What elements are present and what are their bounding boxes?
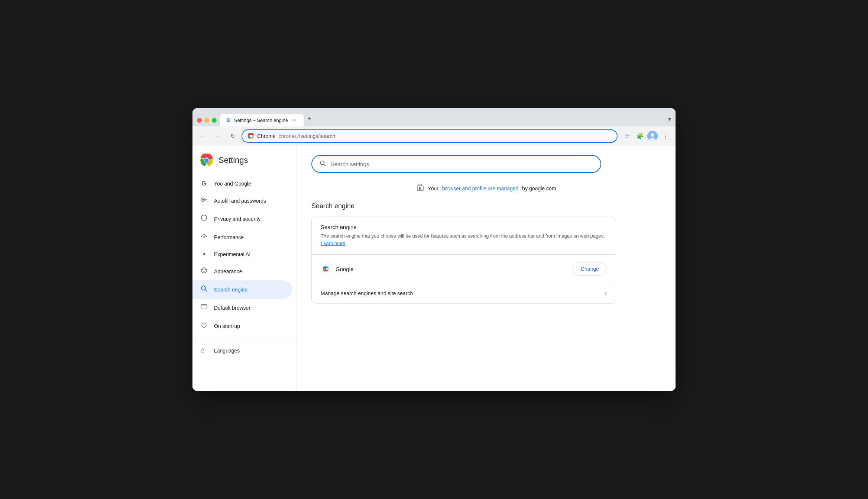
engine-left: Google (321, 264, 353, 274)
learn-more-link[interactable]: Learn more (321, 241, 345, 246)
forward-icon: → (215, 133, 221, 139)
tab-close-button[interactable]: ✕ (291, 117, 298, 123)
avatar-icon (647, 131, 658, 141)
nav-bar: ← → ↻ Chrome chrome://settings/search ☆ (192, 126, 676, 146)
building-icon (416, 183, 424, 193)
tab-title: Settings – Search engine (234, 117, 288, 123)
sidebar-item-on-startup[interactable]: On start-up (192, 317, 292, 335)
svg-point-17 (205, 269, 206, 270)
svg-text:A: A (201, 347, 204, 352)
main-content: Settings G You and Google Autofill (192, 146, 676, 391)
active-tab[interactable]: ⚙ Settings – Search engine ✕ (220, 114, 304, 126)
current-engine-row: Google Change (321, 262, 607, 276)
sidebar-label-default-browser: Default browser (214, 305, 250, 311)
translate-icon: A (200, 346, 208, 355)
star-icon: ☆ (624, 133, 629, 139)
reload-button[interactable]: ↻ (227, 130, 239, 142)
sidebar-item-appearance[interactable]: Appearance (192, 262, 292, 280)
key-icon (200, 196, 208, 205)
svg-rect-27 (417, 186, 423, 191)
profile-avatar[interactable] (647, 131, 658, 141)
current-engine-name: Google (336, 266, 353, 272)
svg-rect-30 (420, 188, 421, 190)
sidebar: Settings G You and Google Autofill (192, 146, 297, 391)
sidebar-label-performance: Performance (214, 234, 244, 240)
managed-link[interactable]: browser and profile are managed (442, 186, 518, 191)
sidebar-label-experimental-ai: Experimental AI (214, 251, 250, 257)
content-area: Your browser and profile are managed by … (297, 146, 676, 391)
search-engine-card: Search engine The search engine that you… (311, 216, 616, 304)
svg-point-18 (204, 271, 205, 272)
svg-point-9 (202, 199, 204, 200)
sidebar-item-experimental-ai[interactable]: ✦ Experimental AI (192, 246, 292, 262)
svg-point-1 (250, 135, 252, 137)
sidebar-item-autofill[interactable]: Autofill and passwords (192, 191, 292, 210)
search-engine-card-desc: The search engine that you choose will b… (321, 232, 607, 247)
managed-suffix: by google.com (522, 186, 556, 191)
search-bar-icon (320, 160, 326, 168)
close-button[interactable] (197, 118, 202, 123)
svg-rect-12 (207, 200, 207, 200)
tab-bar: ⚙ Settings – Search engine ✕ + ▾ (220, 112, 671, 126)
sidebar-label-search-engine: Search engine (214, 287, 247, 293)
sidebar-label-languages: Languages (214, 348, 240, 354)
settings-header: Settings (192, 154, 296, 176)
search-settings-input[interactable] (331, 161, 593, 167)
sidebar-item-languages[interactable]: A Languages (192, 341, 292, 360)
sidebar-item-default-browser[interactable]: Default browser (192, 299, 292, 317)
svg-rect-11 (206, 200, 207, 201)
tab-favicon-icon: ⚙ (226, 117, 231, 123)
forward-button[interactable]: → (212, 130, 224, 142)
extensions-button[interactable]: 🧩 (634, 130, 646, 142)
address-url: chrome://settings/search (279, 133, 336, 139)
gauge-icon (200, 232, 208, 242)
back-button[interactable]: ← (197, 130, 209, 142)
title-bar: ⚙ Settings – Search engine ✕ + ▾ (192, 108, 676, 126)
sidebar-item-you-and-google[interactable]: G You and Google (192, 176, 292, 191)
address-bar[interactable]: Chrome chrome://settings/search (242, 129, 618, 143)
traffic-lights (197, 118, 217, 126)
svg-rect-29 (419, 188, 420, 190)
manage-search-engines-row[interactable]: Manage search engines and site search › (312, 283, 616, 303)
address-site-name: Chrome (257, 133, 276, 139)
search-bar (311, 155, 601, 173)
sidebar-item-search-engine[interactable]: Search engine (192, 280, 292, 299)
google-g-icon: G (200, 180, 208, 187)
section-title: Search engine (311, 202, 661, 210)
managed-notice: Your browser and profile are managed by … (311, 183, 661, 193)
chevron-right-icon: › (605, 290, 607, 297)
svg-rect-28 (419, 184, 422, 186)
sidebar-item-performance[interactable]: Performance (192, 228, 292, 246)
new-tab-button[interactable]: + (304, 112, 315, 126)
change-search-engine-button[interactable]: Change (573, 262, 607, 276)
search-engine-desc-text: The search engine that you choose will b… (321, 233, 605, 239)
current-engine-section: Google Change (312, 255, 616, 283)
svg-rect-10 (204, 200, 207, 200)
more-vert-icon: ⋮ (663, 133, 668, 139)
bookmark-button[interactable]: ☆ (621, 130, 632, 142)
sidebar-item-privacy[interactable]: Privacy and security (192, 210, 292, 228)
shield-icon (200, 214, 208, 223)
managed-prefix: Your (428, 186, 438, 191)
chrome-logo-icon (247, 133, 254, 139)
back-icon: ← (200, 133, 206, 139)
svg-point-16 (203, 269, 204, 270)
nav-actions: ☆ 🧩 ⋮ (621, 130, 671, 142)
menu-button[interactable]: ⋮ (659, 130, 671, 142)
search-engine-card-title: Search engine (321, 224, 607, 230)
maximize-button[interactable] (212, 118, 217, 123)
google-g-logo-icon (321, 264, 331, 274)
search-engine-info-section: Search engine The search engine that you… (312, 216, 616, 255)
svg-line-26 (324, 164, 326, 166)
search-bar-container (311, 155, 661, 173)
minimize-button[interactable] (204, 118, 209, 123)
svg-rect-31 (419, 187, 420, 188)
settings-title: Settings (218, 155, 248, 165)
svg-line-20 (205, 290, 207, 292)
tab-dropdown-button[interactable]: ▾ (668, 116, 671, 126)
svg-rect-21 (201, 305, 207, 309)
sidebar-label-autofill: Autofill and passwords (214, 198, 266, 204)
browser-icon (200, 303, 208, 312)
chrome-logo-large-icon (200, 154, 213, 167)
svg-point-3 (651, 133, 654, 137)
